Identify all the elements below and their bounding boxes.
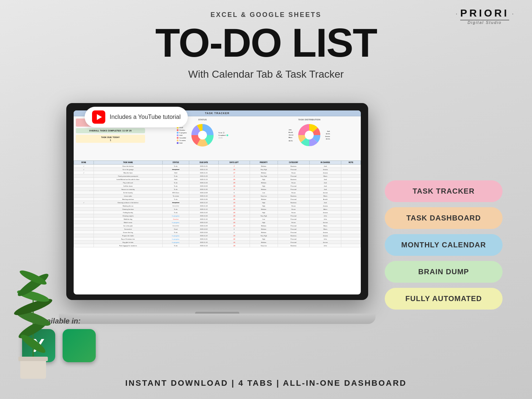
table-cell <box>74 221 94 224</box>
table-cell: -7 <box>218 165 250 168</box>
feature-button[interactable]: FULLY AUTOMATED <box>385 288 503 310</box>
table-row: Washing the carCancelled2023-11-18-14Hig… <box>74 204 361 208</box>
app-icons: X <box>22 329 96 362</box>
table-cell: Invite Michael and his wife for diner <box>94 178 162 181</box>
sheets-grid <box>74 332 85 359</box>
table-cell: -22 <box>218 218 250 221</box>
table-cell: ✓ <box>74 168 94 171</box>
table-cell: To do <box>162 198 189 201</box>
table-cell: Groom the dog <box>94 231 162 234</box>
laptop-screen-outer: TASK TRACKER TODAY'S DATE December 2, 20… <box>66 103 368 300</box>
table-cell: John <box>309 237 341 241</box>
table-cell: In progress <box>162 214 189 218</box>
table-cell: 2023-11-10 <box>189 218 219 221</box>
table-cell <box>341 168 361 171</box>
table-row: Invite Michael and his wife for dinerHol… <box>74 178 361 181</box>
table-cell: Business <box>278 165 309 168</box>
table-cell: -10 <box>218 201 250 204</box>
table-cell: Medium <box>250 171 278 174</box>
table-cell: Very High <box>250 234 278 237</box>
table-cell: Do the laundry <box>94 191 162 194</box>
table-cell: 2023-11-22 <box>189 201 219 204</box>
table-cell <box>341 178 361 181</box>
table-cell <box>74 198 94 201</box>
table-cell: Business <box>278 194 309 198</box>
table-cell: House <box>278 191 309 194</box>
table-cell: Personal <box>278 218 309 221</box>
table-cell: Medium <box>250 241 278 244</box>
table-cell: 2023-11-14 <box>189 244 219 247</box>
table-cell: House <box>278 208 309 211</box>
table-cell: To-do <box>162 208 189 211</box>
table-cell: Jerome <box>309 191 341 194</box>
feature-button[interactable]: MONTHLY CALENDAR <box>385 234 503 256</box>
table-cell <box>74 178 94 181</box>
col-due: DUE DATE <box>189 161 219 165</box>
table-cell: Personal <box>278 188 309 191</box>
status-legend-right: To do Completed 13.5% <box>218 132 228 139</box>
table-cell: House <box>278 211 309 214</box>
table-cell: Very High <box>250 214 278 218</box>
table-cell <box>341 218 361 221</box>
youtube-badge[interactable]: Includes a YouTube tutorial <box>85 107 188 127</box>
table-cell: High <box>250 237 278 241</box>
table-cell: Business <box>278 178 309 181</box>
table-cell: -30 <box>218 221 250 224</box>
table-cell: ✓ <box>74 165 94 168</box>
feature-button[interactable]: BRAIN DUMP <box>385 261 503 283</box>
table-cell: 2023-11-16 <box>189 168 219 171</box>
table-cell: Mow the lawn <box>94 171 162 174</box>
table-cell <box>341 194 361 198</box>
table-cell: High <box>250 178 278 181</box>
table-row: Pay credit cardTo-do2023-11-04-28MediumH… <box>74 181 361 184</box>
table-cell <box>74 234 94 237</box>
available-section: Available in: X <box>22 317 96 362</box>
table-cell: Cleaning surfaces in the kitchen <box>94 201 162 204</box>
table-cell: ✓ <box>74 171 94 174</box>
table-cell: 2023-11-09 <box>189 224 219 227</box>
table-cell: 2023-11-13 <box>189 178 219 181</box>
table-cell: -22 <box>218 208 250 211</box>
table-cell: 2023-11-12 <box>189 208 219 211</box>
top-section: EXCEL & GOOGLE SHEETS TO-DO LIST With Ca… <box>0 0 532 80</box>
tasks-panel: OVERALL TASKS COMPLETED: 11 OF 25 <box>76 128 145 133</box>
table-cell <box>74 181 94 184</box>
header-tagline: With Calendar Tab & Task Tracker <box>0 68 532 80</box>
table-row: Go to the parkCancelled2023-11-09-23Medi… <box>74 224 361 227</box>
table-cell: -10 <box>218 234 250 237</box>
header-subtitle: EXCEL & GOOGLE SHEETS <box>0 11 532 19</box>
col-category: CATEGORY <box>278 161 309 165</box>
table-cell: House <box>278 221 309 224</box>
table-cell: Personal <box>278 231 309 234</box>
table-cell <box>74 204 94 208</box>
due-panel-title: TASK DUE TODAY <box>78 136 143 138</box>
table-row: Buy a Christmas treeIn progress2023-11-0… <box>74 237 361 241</box>
table-cell: To do <box>162 211 189 214</box>
youtube-badge-text: Includes a YouTube tutorial <box>110 114 180 120</box>
table-row: Watch movieIn progress2023-11-02-30HighH… <box>74 221 361 224</box>
status-chart-title: STATUS <box>198 119 207 121</box>
table-cell: Medium <box>250 231 278 234</box>
table-cell: Personal <box>278 237 309 241</box>
table-cell: In progress <box>162 221 189 224</box>
footer-text: INSTANT DOWNLOAD | 4 TABS | ALL-IN-ONE D… <box>0 378 532 388</box>
table-cell: -30 <box>218 211 250 214</box>
table-cell <box>341 191 361 194</box>
table-cell: High <box>250 204 278 208</box>
table-cell: Pay credit card <box>94 181 162 184</box>
table-cell: Medium <box>250 227 278 231</box>
table-cell: House <box>278 204 309 208</box>
table-cell: Hold <box>162 178 189 181</box>
table-cell: 2023-11-18 <box>189 204 219 208</box>
feature-button[interactable]: TASK DASHBOARD <box>385 207 503 229</box>
table-cell: Folding laundry <box>94 211 162 214</box>
table-row: ✓Mow the lawnHold2023-11-15-17MediumHous… <box>74 171 361 174</box>
table-cell: 2023-11-01 <box>189 237 219 241</box>
table-cell: 2023-12-08 <box>189 191 219 194</box>
table-row: Do the laundry99% Done2023-12-086LowHous… <box>74 191 361 194</box>
table-cell: Jack <box>309 181 341 184</box>
table-cell: -16 <box>218 168 250 171</box>
table-cell: 2023-11-02 <box>189 221 219 224</box>
feature-button[interactable]: TASK TRACKER <box>385 180 503 202</box>
table-cell <box>74 224 94 227</box>
